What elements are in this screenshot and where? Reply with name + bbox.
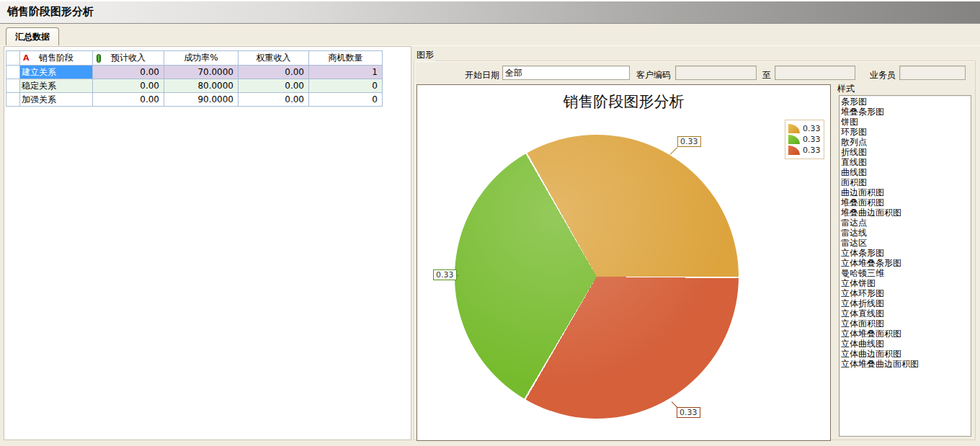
column-header-label: 销售阶段	[39, 53, 74, 63]
style-option[interactable]: 雷达区	[841, 238, 971, 248]
column-header-label: 预计收入	[111, 53, 146, 63]
column-header-opportunity-count[interactable]: 商机数量	[309, 51, 383, 66]
style-option[interactable]: 堆叠条形图	[841, 107, 971, 117]
row-indicator-cell[interactable]	[6, 93, 20, 107]
table-row: 稳定关系 0.00 80.0000 0.00 0	[6, 79, 383, 93]
to-label: 至	[762, 69, 771, 81]
expected-income-cell[interactable]: 0.00	[93, 66, 164, 79]
customer-code-label: 客户编码	[636, 69, 671, 81]
style-option[interactable]: 立体堆叠条形图	[841, 258, 971, 268]
column-header-stage[interactable]: A 销售阶段	[20, 51, 93, 66]
row-indicator-cell[interactable]	[6, 66, 20, 79]
style-option[interactable]: 立体饼图	[841, 278, 971, 288]
column-header-label: 权重收入	[257, 53, 291, 63]
chart-area: 销售阶段图形分析 0.330.330.33 0.33 0.33 0.33	[416, 84, 831, 441]
table-header-row: A 销售阶段 预计收入 成功率% 权重收入 商机数量	[6, 51, 383, 66]
column-header-label: 成功率%	[184, 53, 218, 63]
window-titlebar: 销售阶段图形分析	[0, 0, 980, 24]
style-option[interactable]: 环形图	[841, 127, 971, 137]
legend-value: 0.33	[803, 135, 821, 144]
chart-title: 销售阶段图形分析	[417, 92, 830, 112]
salesman-label: 业务员	[870, 69, 896, 81]
stage-cell[interactable]: 加强关系	[20, 93, 93, 107]
opportunity-count-cell[interactable]: 0	[309, 79, 383, 93]
style-option[interactable]: 条形图	[841, 97, 971, 107]
style-option[interactable]: 立体条形图	[841, 248, 971, 258]
legend-entry: 0.33	[788, 146, 821, 155]
slice-value-label: 0.33	[677, 136, 701, 147]
style-option[interactable]: 曼哈顿三维	[841, 268, 971, 278]
style-option[interactable]: 雷达点	[841, 218, 971, 228]
stage-cell[interactable]: 稳定关系	[20, 79, 93, 93]
tab-strip: 汇总数据	[0, 24, 980, 46]
salesman-input[interactable]	[899, 66, 966, 80]
legend-swatch-icon	[788, 124, 800, 133]
column-header-expected-income[interactable]: 预计收入	[93, 51, 164, 66]
style-option[interactable]: 堆叠面积图	[841, 197, 971, 208]
weighted-income-cell[interactable]: 0.00	[239, 66, 309, 79]
row-indicator-cell[interactable]	[6, 79, 20, 93]
app-window: 销售阶段图形分析 汇总数据 A 销售阶段 预计收入	[0, 0, 980, 446]
window-title: 销售阶段图形分析	[7, 5, 94, 19]
style-option[interactable]: 立体环形图	[841, 288, 971, 298]
opportunity-count-cell[interactable]: 0	[309, 93, 383, 107]
style-option[interactable]: 曲边面积图	[841, 187, 971, 197]
graph-group-label: 图形	[415, 49, 435, 61]
row-indicator-header	[6, 51, 20, 66]
style-option[interactable]: 直线图	[841, 157, 971, 167]
legend-entry: 0.33	[788, 124, 821, 133]
style-list[interactable]: 条形图堆叠条形图饼图环形图散列点折线图直线图曲线图面积图曲边面积图堆叠面积图堆叠…	[839, 95, 971, 437]
style-option[interactable]: 堆叠曲边面积图	[841, 208, 971, 218]
table-row: 建立关系 0.00 70.0000 0.00 1	[6, 66, 383, 79]
style-option[interactable]: 曲线图	[841, 167, 971, 177]
opportunity-count-cell[interactable]: 1	[309, 66, 383, 79]
style-option[interactable]: 雷达线	[841, 228, 971, 238]
legend-value: 0.33	[803, 146, 821, 155]
success-rate-cell[interactable]: 80.0000	[164, 79, 239, 93]
expected-income-cell[interactable]: 0.00	[93, 79, 164, 93]
legend-entry: 0.33	[788, 135, 821, 144]
expected-income-cell[interactable]: 0.00	[93, 93, 164, 107]
legend-swatch-icon	[788, 135, 800, 144]
weighted-income-cell[interactable]: 0.00	[239, 79, 309, 93]
slice-value-label: 0.33	[433, 269, 457, 280]
style-option[interactable]: 面积图	[841, 177, 971, 187]
style-option[interactable]: 立体堆叠面积图	[841, 329, 971, 339]
style-option[interactable]: 立体折线图	[841, 298, 971, 308]
summary-table-panel: A 销售阶段 预计收入 成功率% 权重收入 商机数量	[4, 46, 411, 440]
pie-chart[interactable]	[455, 135, 739, 419]
style-option[interactable]: 立体曲边面积图	[841, 349, 971, 359]
customer-code-input[interactable]	[675, 66, 757, 80]
tab-summary-data[interactable]: 汇总数据	[6, 27, 59, 46]
graph-group: 图形 开始日期 客户编码 至 业务员 销售阶段图形分析 0.330.330.33…	[414, 46, 977, 442]
column-header-label: 商机数量	[329, 53, 363, 63]
legend-swatch-icon	[788, 146, 800, 155]
legend-value: 0.33	[803, 124, 821, 133]
table-row: 加强关系 0.00 90.0000 0.00 0	[6, 93, 383, 107]
success-rate-cell[interactable]: 90.0000	[164, 93, 239, 107]
customer-code-to-input[interactable]	[775, 66, 855, 80]
style-option[interactable]: 立体直线图	[841, 308, 971, 318]
numeric-field-icon	[97, 54, 101, 63]
slice-value-label: 0.33	[677, 407, 700, 418]
style-option[interactable]: 折线图	[841, 147, 971, 157]
column-header-success-rate[interactable]: 成功率%	[164, 51, 239, 66]
style-option[interactable]: 立体堆叠曲边面积图	[841, 359, 971, 369]
sales-stage-table: A 销售阶段 预计收入 成功率% 权重收入 商机数量	[6, 50, 383, 107]
label-leader-line	[670, 147, 678, 155]
success-rate-cell[interactable]: 70.0000	[164, 66, 239, 79]
stage-cell[interactable]: 建立关系	[20, 66, 93, 79]
start-date-label: 开始日期	[465, 69, 499, 81]
style-option[interactable]: 散列点	[841, 137, 971, 147]
style-option[interactable]: 立体曲线图	[841, 339, 971, 349]
column-header-weighted-income[interactable]: 权重收入	[239, 51, 309, 66]
style-option[interactable]: 饼图	[841, 117, 971, 127]
style-option[interactable]: 立体面积图	[841, 318, 971, 329]
style-group-label: 样式	[836, 83, 856, 95]
start-date-input[interactable]	[502, 66, 630, 80]
weighted-income-cell[interactable]: 0.00	[239, 93, 309, 107]
chart-legend: 0.330.330.33	[785, 120, 824, 159]
text-field-icon: A	[23, 53, 30, 63]
